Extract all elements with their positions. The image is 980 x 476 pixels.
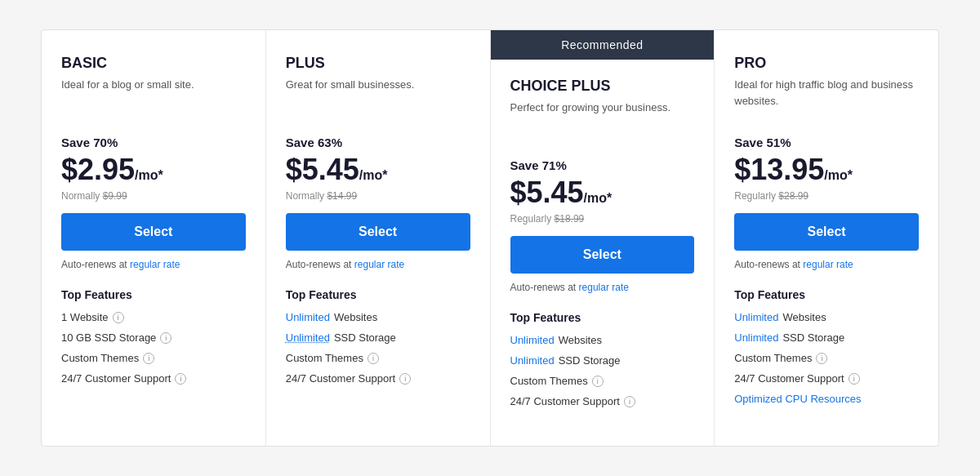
features-title: Top Features — [734, 288, 919, 301]
plan-col-basic: BASICIdeal for a blog or small site.Save… — [42, 30, 266, 446]
features-title: Top Features — [510, 311, 695, 324]
plan-col-choice-plus: RecommendedCHOICE PLUSPerfect for growin… — [491, 30, 715, 446]
pricing-table: BASICIdeal for a blog or small site.Save… — [41, 29, 939, 447]
save-label: Save 70% — [61, 136, 246, 149]
price-row: $5.45 /mo* — [510, 176, 695, 210]
plan-col-pro: PROIdeal for high traffic blog and busin… — [715, 30, 938, 446]
feature-item: Unlimited Websites — [734, 311, 919, 323]
plan-name: PRO — [734, 55, 919, 72]
info-icon: i — [160, 332, 172, 344]
feature-item: 24/7 Customer Supporti — [286, 372, 470, 385]
price-normal: Regularly $28.99 — [734, 190, 919, 202]
auto-renew: Auto-renews at regular rate — [286, 259, 470, 270]
recommended-badge: Recommended — [491, 30, 715, 60]
save-label: Save 71% — [510, 158, 695, 172]
plan-desc: Great for small businesses. — [286, 77, 470, 119]
feature-item: 1 Websitei — [61, 311, 246, 323]
regular-rate-link[interactable]: regular rate — [354, 259, 404, 270]
feature-item: Unlimited SSD Storage — [286, 331, 470, 344]
feature-text: 24/7 Customer Support — [61, 372, 171, 385]
select-button[interactable]: Select — [61, 213, 246, 251]
regular-rate-link[interactable]: regular rate — [130, 259, 180, 270]
feature-link[interactable]: Unlimited — [734, 311, 778, 323]
price-dollar: $5.45 — [286, 153, 359, 187]
extra-feature-item: Optimized CPU Resources — [734, 393, 919, 413]
feature-item: Unlimited Websites — [286, 311, 470, 323]
feature-text: Custom Themes — [510, 375, 588, 387]
feature-item: 10 GB SSD Storagei — [61, 331, 246, 344]
info-icon: i — [592, 376, 604, 387]
regular-rate-link[interactable]: regular rate — [803, 259, 853, 270]
info-icon: i — [175, 373, 186, 385]
price-mo: /mo* — [135, 168, 163, 183]
price-normal: Normally $9.99 — [61, 190, 246, 202]
feature-item: Unlimited SSD Storage — [734, 331, 919, 344]
price-mo: /mo* — [584, 191, 612, 206]
price-dollar: $5.45 — [510, 176, 584, 210]
save-label: Save 63% — [286, 136, 470, 149]
feature-text: Custom Themes — [61, 352, 139, 364]
feature-item: Custom Themesi — [510, 375, 695, 387]
select-button[interactable]: Select — [510, 236, 695, 274]
info-icon: i — [368, 353, 379, 364]
feature-item: Unlimited Websites — [510, 334, 695, 346]
feature-item: Custom Themesi — [734, 352, 919, 364]
price-normal: Regularly $18.99 — [510, 213, 695, 225]
plan-desc: Perfect for growing your business. — [510, 100, 695, 142]
regular-rate-link[interactable]: regular rate — [579, 282, 629, 293]
info-icon: i — [624, 396, 635, 407]
feature-item: 24/7 Customer Supporti — [734, 372, 919, 385]
info-icon: i — [143, 353, 154, 364]
feature-item: Custom Themesi — [286, 352, 470, 364]
feature-link[interactable]: Unlimited — [286, 331, 330, 344]
features-title: Top Features — [286, 288, 470, 301]
features-title: Top Features — [61, 288, 246, 301]
auto-renew: Auto-renews at regular rate — [61, 259, 246, 270]
feature-text: 24/7 Customer Support — [286, 372, 395, 385]
info-icon: i — [113, 312, 124, 323]
plan-name: CHOICE PLUS — [510, 78, 695, 95]
save-label: Save 51% — [734, 136, 919, 149]
feature-link[interactable]: Unlimited — [286, 311, 330, 323]
info-icon: i — [816, 353, 827, 364]
feature-text: 1 Website — [61, 311, 109, 323]
price-row: $2.95 /mo* — [61, 153, 246, 187]
plan-desc: Ideal for high traffic blog and business… — [734, 77, 919, 119]
plan-desc: Ideal for a blog or small site. — [61, 77, 246, 119]
price-row: $5.45 /mo* — [286, 153, 470, 187]
feature-item: Custom Themesi — [61, 352, 246, 364]
feature-text: Custom Themes — [734, 352, 812, 364]
feature-link[interactable]: Unlimited — [734, 331, 778, 344]
plan-col-plus: PLUSGreat for small businesses.Save 63% … — [266, 30, 491, 446]
auto-renew: Auto-renews at regular rate — [734, 259, 919, 270]
info-icon: i — [399, 373, 411, 385]
feature-text: 10 GB SSD Storage — [61, 331, 156, 344]
feature-item: 24/7 Customer Supporti — [510, 395, 695, 407]
feature-text: 24/7 Customer Support — [510, 395, 620, 407]
price-dollar: $13.95 — [734, 153, 824, 187]
feature-text: Custom Themes — [286, 352, 363, 364]
feature-item: Unlimited SSD Storage — [510, 354, 695, 367]
select-button[interactable]: Select — [734, 213, 919, 251]
price-dollar: $2.95 — [61, 153, 135, 187]
feature-text: 24/7 Customer Support — [734, 372, 844, 385]
info-icon: i — [849, 373, 860, 385]
feature-item: 24/7 Customer Supporti — [61, 372, 246, 385]
optimized-link[interactable]: Optimized CPU Resources — [734, 393, 861, 405]
price-normal: Normally $14.99 — [286, 190, 470, 202]
plan-name: PLUS — [286, 55, 470, 72]
price-mo: /mo* — [824, 168, 853, 183]
price-mo: /mo* — [359, 168, 388, 183]
plan-name: BASIC — [61, 55, 246, 72]
auto-renew: Auto-renews at regular rate — [510, 282, 695, 293]
feature-link[interactable]: Unlimited — [510, 354, 555, 367]
select-button[interactable]: Select — [286, 213, 470, 251]
feature-link[interactable]: Unlimited — [510, 334, 555, 346]
price-row: $13.95 /mo* — [734, 153, 919, 187]
